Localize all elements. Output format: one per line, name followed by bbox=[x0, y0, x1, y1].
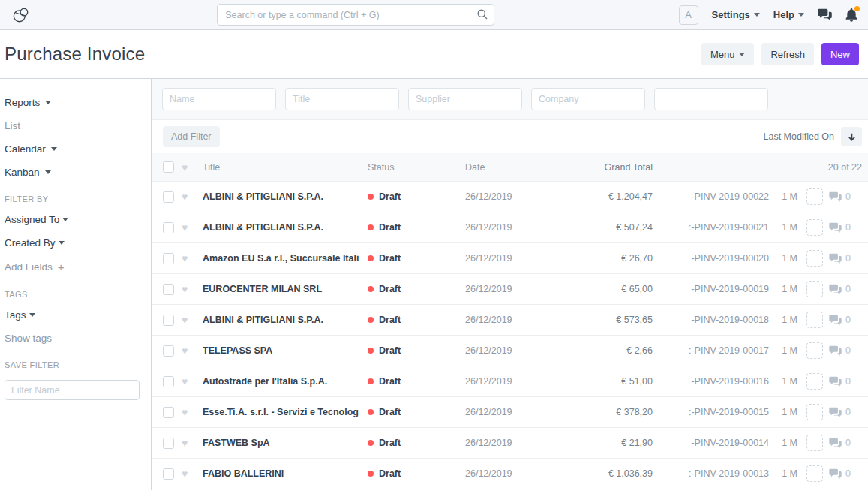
chat-button[interactable] bbox=[818, 8, 832, 21]
row-checkbox[interactable] bbox=[163, 191, 174, 203]
comment-count[interactable]: 0 bbox=[829, 253, 862, 264]
heart-icon[interactable]: ♥ bbox=[182, 222, 194, 233]
user-avatar[interactable]: A bbox=[679, 5, 698, 25]
invoice-id[interactable]: :-PINV-2019-00017 bbox=[653, 345, 769, 356]
row-checkbox[interactable] bbox=[163, 315, 174, 326]
row-checkbox[interactable] bbox=[163, 407, 174, 418]
invoice-row[interactable]: ♥ FABIO BALLERINI Draft 26/12/2019 € 1.0… bbox=[152, 459, 868, 489]
assign-avatar-placeholder[interactable] bbox=[806, 312, 823, 328]
heart-icon[interactable]: ♥ bbox=[182, 253, 194, 264]
settings-menu[interactable]: Settings bbox=[712, 9, 760, 20]
row-checkbox[interactable] bbox=[163, 345, 174, 357]
filter-supplier-field[interactable] bbox=[408, 88, 522, 110]
assign-avatar-placeholder[interactable] bbox=[806, 435, 823, 451]
invoice-id[interactable]: -PINV-2019-00016 bbox=[653, 376, 769, 387]
sidebar-item-tags[interactable]: Tags bbox=[5, 309, 143, 321]
row-checkbox[interactable] bbox=[163, 468, 174, 480]
invoice-row[interactable]: ♥ TELEPASS SPA Draft 26/12/2019 € 2,66 :… bbox=[152, 336, 868, 366]
comment-count[interactable]: 0 bbox=[829, 191, 862, 203]
heart-icon[interactable]: ♥ bbox=[182, 345, 194, 356]
invoice-row[interactable]: ♥ ALBINI & PITIGLIANI S.P.A. Draft 26/12… bbox=[152, 182, 868, 212]
comment-count[interactable]: 0 bbox=[829, 468, 862, 480]
notifications-button[interactable] bbox=[845, 8, 857, 22]
comment-count[interactable]: 0 bbox=[829, 222, 862, 233]
invoice-supplier-title[interactable]: TELEPASS SPA bbox=[203, 345, 368, 356]
invoice-supplier-title[interactable]: Esse.Ti.A. s.r.l. - Servizi e Tecnolog bbox=[203, 407, 368, 417]
invoice-row[interactable]: ♥ FASTWEB SpA Draft 26/12/2019 € 21,90 -… bbox=[152, 428, 868, 459]
sort-field-label[interactable]: Last Modified On bbox=[764, 131, 835, 142]
invoice-supplier-title[interactable]: ALBINI & PITIGLIANI S.P.A. bbox=[203, 222, 368, 233]
assign-avatar-placeholder[interactable] bbox=[806, 219, 823, 236]
heart-icon[interactable]: ♥ bbox=[182, 376, 194, 387]
assign-avatar-placeholder[interactable] bbox=[806, 465, 823, 482]
comment-count[interactable]: 0 bbox=[829, 284, 862, 295]
invoice-row[interactable]: ♥ EUROCENTER MILAN SRL Draft 26/12/2019 … bbox=[152, 274, 868, 305]
filter-extra-field[interactable] bbox=[654, 88, 768, 110]
invoice-supplier-title[interactable]: ALBINI & PITIGLIANI S.P.A. bbox=[203, 315, 368, 325]
row-checkbox[interactable] bbox=[163, 438, 174, 449]
refresh-button[interactable]: Refresh bbox=[761, 43, 814, 65]
search-input[interactable] bbox=[217, 4, 494, 26]
heart-icon[interactable]: ♥ bbox=[182, 438, 194, 448]
invoice-row[interactable]: ♥ Esse.Ti.A. s.r.l. - Servizi e Tecnolog… bbox=[152, 397, 868, 428]
sidebar-item-kanban[interactable]: Kanban bbox=[5, 167, 143, 178]
invoice-supplier-title[interactable]: ALBINI & PITIGLIANI S.P.A. bbox=[203, 191, 368, 202]
invoice-row[interactable]: ♥ Autostrade per l'Italia S.p.A. Draft 2… bbox=[152, 366, 868, 397]
assign-avatar-placeholder[interactable] bbox=[806, 404, 823, 420]
invoice-supplier-title[interactable]: EUROCENTER MILAN SRL bbox=[203, 284, 368, 294]
invoice-id[interactable]: -PINV-2019-00014 bbox=[653, 438, 769, 448]
invoice-supplier-title[interactable]: FABIO BALLERINI bbox=[203, 468, 368, 479]
help-menu[interactable]: Help bbox=[773, 9, 804, 20]
heart-icon[interactable]: ♥ bbox=[182, 315, 194, 325]
like-filter-icon[interactable]: ♥ bbox=[182, 162, 194, 173]
assign-avatar-placeholder[interactable] bbox=[806, 250, 823, 267]
comment-count[interactable]: 0 bbox=[829, 407, 862, 418]
invoice-id[interactable]: -PINV-2019-00018 bbox=[653, 315, 769, 325]
new-button[interactable]: New bbox=[821, 43, 859, 65]
select-all-checkbox[interactable] bbox=[163, 161, 174, 173]
invoice-id[interactable]: -PINV-2019-00020 bbox=[653, 253, 769, 264]
invoice-id[interactable]: :-PINV-2019-00015 bbox=[653, 407, 769, 417]
result-count[interactable]: 20 of 22 bbox=[653, 162, 862, 173]
heart-icon[interactable]: ♥ bbox=[182, 407, 194, 417]
invoice-id[interactable]: -PINV-2019-00019 bbox=[653, 284, 769, 294]
invoice-supplier-title[interactable]: Autostrade per l'Italia S.p.A. bbox=[203, 376, 368, 387]
sort-direction-button[interactable] bbox=[841, 127, 862, 146]
sidebar-item-add-fields[interactable]: Add Fields + bbox=[5, 261, 143, 273]
home-logo[interactable] bbox=[11, 4, 33, 26]
invoice-id[interactable]: :-PINV-2019-00021 bbox=[653, 222, 769, 233]
invoice-id[interactable]: :-PINV-2019-00013 bbox=[653, 468, 769, 479]
comment-count[interactable]: 0 bbox=[829, 345, 862, 357]
invoice-row[interactable]: ♥ ALBINI & PITIGLIANI S.P.A. Draft 26/12… bbox=[152, 212, 868, 243]
sidebar-item-reports[interactable]: Reports bbox=[5, 97, 143, 108]
filter-title-field[interactable] bbox=[285, 88, 399, 110]
row-checkbox[interactable] bbox=[163, 284, 174, 295]
row-checkbox[interactable] bbox=[163, 253, 174, 264]
invoice-id[interactable]: -PINV-2019-00022 bbox=[653, 191, 769, 202]
comment-count[interactable]: 0 bbox=[829, 438, 862, 449]
heart-icon[interactable]: ♥ bbox=[182, 191, 194, 202]
add-filter-button[interactable]: Add Filter bbox=[163, 126, 220, 147]
heart-icon[interactable]: ♥ bbox=[182, 284, 194, 294]
row-checkbox[interactable] bbox=[163, 222, 174, 233]
menu-button[interactable]: Menu bbox=[701, 43, 755, 65]
filter-name-input[interactable] bbox=[5, 380, 140, 400]
assign-avatar-placeholder[interactable] bbox=[806, 281, 823, 297]
sidebar-item-calendar[interactable]: Calendar bbox=[5, 143, 143, 155]
row-checkbox[interactable] bbox=[163, 376, 174, 387]
sidebar-item-show-tags[interactable]: Show tags bbox=[5, 333, 143, 344]
assign-avatar-placeholder[interactable] bbox=[806, 373, 823, 390]
filter-name-field[interactable] bbox=[162, 88, 276, 110]
sidebar-item-list[interactable]: List bbox=[5, 120, 143, 131]
comment-count[interactable]: 0 bbox=[829, 376, 862, 387]
filter-company-field[interactable] bbox=[531, 88, 645, 110]
assign-avatar-placeholder[interactable] bbox=[806, 188, 823, 205]
heart-icon[interactable]: ♥ bbox=[182, 468, 194, 479]
invoice-supplier-title[interactable]: Amazon EU S.à r.l., Succursale Itali bbox=[203, 253, 368, 264]
comment-count[interactable]: 0 bbox=[829, 315, 862, 326]
invoice-row[interactable]: ♥ Amazon EU S.à r.l., Succursale Itali D… bbox=[152, 243, 868, 274]
sidebar-item-assigned-to[interactable]: Assigned To bbox=[5, 214, 143, 225]
invoice-supplier-title[interactable]: FASTWEB SpA bbox=[203, 438, 368, 448]
sidebar-item-created-by[interactable]: Created By bbox=[5, 237, 143, 249]
invoice-row[interactable]: ♥ ALBINI & PITIGLIANI S.P.A. Draft 26/12… bbox=[152, 305, 868, 336]
